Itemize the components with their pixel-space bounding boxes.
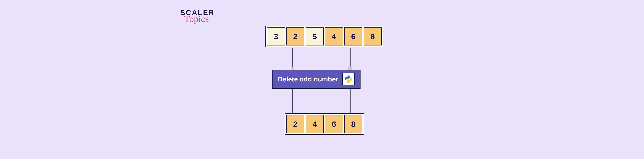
array-cell: 2 bbox=[286, 115, 304, 133]
diagram-canvas: 325468 Delete odd number 2468 bbox=[260, 26, 415, 142]
connector-node bbox=[290, 67, 294, 70]
array-cell: 6 bbox=[344, 28, 362, 46]
input-array: 325468 bbox=[265, 26, 383, 47]
array-cell: 4 bbox=[325, 28, 343, 46]
array-cell: 4 bbox=[306, 115, 324, 133]
array-cell: 8 bbox=[344, 115, 362, 133]
array-cell: 3 bbox=[267, 28, 285, 46]
array-cell: 6 bbox=[325, 115, 343, 133]
connector-node bbox=[348, 67, 352, 70]
process-label: Delete odd number bbox=[278, 75, 338, 83]
output-array: 2468 bbox=[285, 114, 364, 135]
array-cell: 2 bbox=[286, 28, 304, 46]
python-icon bbox=[342, 73, 354, 85]
process-box: Delete odd number bbox=[272, 70, 360, 89]
array-cell: 5 bbox=[306, 28, 324, 46]
array-cell: 8 bbox=[364, 28, 382, 46]
scaler-topics-logo: SCALER Topics bbox=[180, 9, 214, 23]
